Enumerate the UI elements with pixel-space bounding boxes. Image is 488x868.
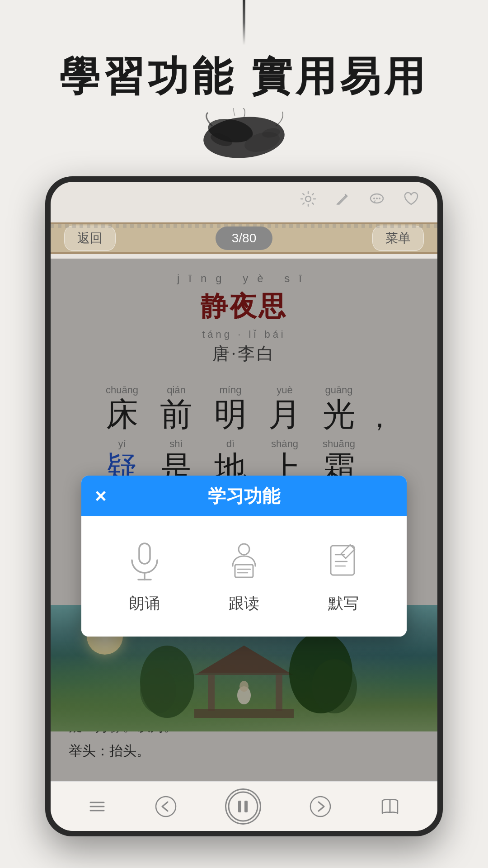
feature-langsung[interactable]: 朗诵 — [122, 539, 167, 614]
ink-drop-top — [243, 0, 245, 45]
svg-rect-36 — [244, 801, 248, 812]
feature-gendou-label: 跟读 — [229, 593, 259, 614]
svg-point-8 — [376, 198, 378, 199]
toolbar — [300, 191, 419, 207]
bottom-toolbar — [51, 781, 437, 831]
write-icon — [321, 539, 366, 584]
svg-rect-19 — [139, 543, 150, 564]
svg-point-7 — [373, 198, 375, 199]
prev-button[interactable] — [154, 795, 178, 818]
dialog-close-button[interactable]: × — [95, 485, 107, 507]
feature-moxie[interactable]: 默写 — [321, 539, 366, 614]
page-title: 學習功能 實用易用 — [59, 54, 428, 99]
poem-area: jīng yè sī 静夜思 táng · lǐ bái 唐·李白 chuāng… — [51, 259, 437, 781]
menu-button[interactable]: 菜单 — [372, 226, 424, 251]
microphone-icon — [122, 539, 167, 584]
pencil-icon[interactable] — [334, 191, 351, 207]
phone-screen: 返回 3/80 菜单 jīng yè sī 静夜思 táng · lǐ bái … — [51, 182, 437, 831]
dialog-overlay: × 学习功能 — [51, 259, 437, 781]
nav-bar: 返回 3/80 菜单 — [51, 222, 437, 254]
feature-gendou[interactable]: 跟读 — [221, 539, 267, 614]
svg-point-5 — [305, 196, 311, 202]
svg-point-22 — [239, 544, 249, 555]
page-indicator: 3/80 — [216, 226, 273, 250]
menu-icon[interactable] — [88, 797, 107, 816]
feature-moxie-label: 默写 — [328, 593, 359, 614]
gear-icon[interactable] — [300, 191, 316, 207]
svg-point-9 — [379, 198, 380, 199]
next-button[interactable] — [309, 795, 332, 818]
svg-point-34 — [229, 792, 258, 821]
svg-point-33 — [156, 797, 176, 816]
ink-blob — [194, 108, 294, 162]
comment-icon[interactable] — [369, 191, 385, 207]
learning-dialog: × 学习功能 — [81, 476, 407, 637]
feature-langsung-label: 朗诵 — [129, 593, 160, 614]
dialog-header: × 学习功能 — [81, 476, 407, 516]
dialog-body: 朗诵 — [81, 516, 407, 637]
book-icon[interactable] — [380, 797, 400, 816]
svg-rect-23 — [235, 565, 253, 577]
play-pause-button[interactable] — [225, 788, 261, 825]
svg-rect-26 — [331, 546, 354, 575]
heart-icon[interactable] — [403, 191, 419, 207]
phone-frame: 返回 3/80 菜单 jīng yè sī 静夜思 táng · lǐ bái … — [45, 176, 443, 836]
dialog-title: 学习功能 — [208, 484, 280, 509]
person-reading-icon — [221, 539, 267, 584]
svg-rect-35 — [238, 801, 241, 812]
back-button[interactable]: 返回 — [64, 226, 116, 251]
svg-point-37 — [310, 797, 330, 816]
top-decoration: 學習功能 實用易用 — [0, 0, 488, 172]
